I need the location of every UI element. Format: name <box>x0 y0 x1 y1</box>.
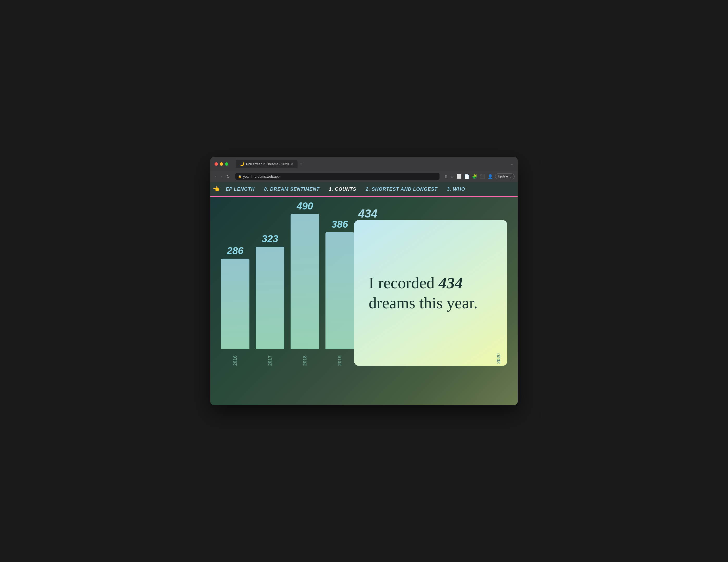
title-bar-right: ⌄ <box>510 162 513 166</box>
active-tab[interactable]: 🌙 Phil's Year In Dreams - 2020 ✕ <box>236 160 298 168</box>
bar-value-2016: 286 <box>227 246 243 257</box>
bars-container: 286 2016 323 2017 490 2018 <box>221 207 354 384</box>
address-text: year-in-dreams.web.app <box>243 175 280 179</box>
info-card: I recorded 434 dreams this year. <box>354 220 507 366</box>
profile-icon[interactable]: 👤 <box>487 174 493 180</box>
bar-value-2018: 490 <box>297 201 313 212</box>
toolbar: ‹ › ↻ 🔒 year-in-dreams.web.app ⬆ ☆ ⬜ 📄 🧩… <box>210 171 518 182</box>
bookmark-icon[interactable]: ☆ <box>450 174 454 180</box>
current-year-value: 434 <box>358 207 377 220</box>
chart-wrapper: 286 2016 323 2017 490 2018 <box>221 207 507 384</box>
minimize-button[interactable] <box>220 162 223 166</box>
update-chevron-icon: ⌄ <box>509 175 512 178</box>
close-button[interactable] <box>215 162 218 166</box>
bar-rect-2018 <box>291 214 319 349</box>
nav-item-who[interactable]: 3. WHO <box>442 187 470 192</box>
card-prefix: I recorded <box>369 274 439 292</box>
maximize-button[interactable] <box>225 162 228 166</box>
extensions-icon[interactable]: 🧩 <box>472 174 478 180</box>
bar-2016: 286 2016 <box>221 246 249 366</box>
nav-item-dream-sentiment[interactable]: 8. DREAM SENTIMENT <box>259 187 324 192</box>
nav-emoji-icon: 👈 <box>212 186 219 193</box>
tab-overview-icon[interactable]: ⬜ <box>456 174 462 180</box>
card-text: I recorded 434 dreams this year. <box>369 273 493 313</box>
bar-rect-2016 <box>221 259 249 349</box>
bar-value-2017: 323 <box>262 234 278 245</box>
main-content: 286 2016 323 2017 490 2018 <box>210 197 518 405</box>
traffic-lights <box>215 162 228 166</box>
address-bar[interactable]: 🔒 year-in-dreams.web.app <box>235 173 440 180</box>
tab-close-icon[interactable]: ✕ <box>291 162 293 166</box>
nav-items: 👈 EP LENGTH 8. DREAM SENTIMENT 1. COUNTS… <box>212 186 470 193</box>
card-outer: 434 I recorded 434 dreams this year. 202… <box>354 207 507 366</box>
toolbar-actions: ⬆ ☆ ⬜ 📄 🧩 ⬛ 👤 Update ⌄ <box>444 174 514 180</box>
nav-buttons: ‹ › ↻ <box>214 173 231 180</box>
tab-favicon-icon: 🌙 <box>240 162 244 166</box>
bar-rect-2019 <box>325 232 354 349</box>
bar-rect-2017 <box>256 247 284 349</box>
back-button[interactable]: ‹ <box>214 173 218 180</box>
browser-window: 🌙 Phil's Year In Dreams - 2020 ✕ + ⌄ ‹ ›… <box>210 157 518 405</box>
card-number: 434 <box>439 274 463 292</box>
bar-label-2018: 2018 <box>302 351 308 366</box>
bar-label-2020: 2020 <box>496 353 501 364</box>
sidebar-icon[interactable]: ⬛ <box>479 174 486 180</box>
card-section-2020: 434 I recorded 434 dreams this year. 202… <box>354 207 507 384</box>
forward-button[interactable]: › <box>219 173 223 180</box>
update-label: Update <box>498 175 508 178</box>
bar-label-2016: 2016 <box>233 351 238 366</box>
tab-bar: 🌙 Phil's Year In Dreams - 2020 ✕ + <box>236 160 507 168</box>
bar-2018: 490 2018 <box>291 201 319 366</box>
card-suffix: dreams this year. <box>369 294 478 312</box>
bar-label-2017: 2017 <box>267 351 273 366</box>
title-bar: 🌙 Phil's Year In Dreams - 2020 ✕ + ⌄ <box>210 157 518 171</box>
reload-button[interactable]: ↻ <box>225 173 231 180</box>
lock-icon: 🔒 <box>238 175 242 178</box>
expand-icon: ⌄ <box>510 162 513 166</box>
bar-2019: 386 2019 <box>325 219 354 366</box>
nav-item-ep-length[interactable]: EP LENGTH <box>221 187 259 192</box>
nav-strip: 👈 EP LENGTH 8. DREAM SENTIMENT 1. COUNTS… <box>210 182 518 197</box>
update-button[interactable]: Update ⌄ <box>495 174 514 179</box>
nav-item-counts[interactable]: 1. COUNTS <box>324 187 361 192</box>
bar-label-2019: 2019 <box>337 351 343 366</box>
bar-2017: 323 2017 <box>256 234 284 366</box>
nav-item-shortest-longest[interactable]: 2. SHORTEST AND LONGEST <box>361 187 442 192</box>
share-icon[interactable]: ⬆ <box>444 174 448 180</box>
bar-value-2019: 386 <box>331 219 348 230</box>
new-tab-button[interactable]: + <box>298 161 305 167</box>
tab-title: Phil's Year In Dreams - 2020 <box>246 162 289 166</box>
reader-icon[interactable]: 📄 <box>464 174 470 180</box>
